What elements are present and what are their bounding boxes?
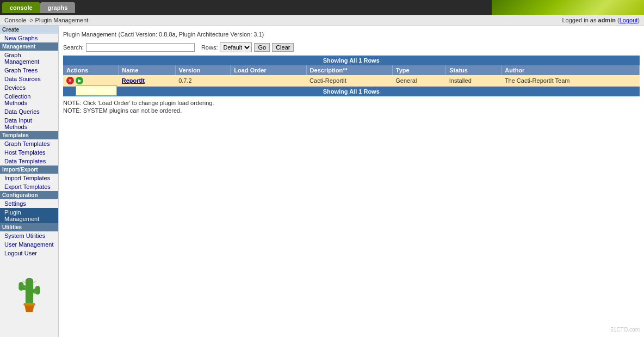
sidebar-item-graph-trees[interactable]: Graph Trees bbox=[0, 66, 58, 75]
svg-line-7 bbox=[33, 281, 36, 283]
sidebar-section-templates: Templates bbox=[0, 131, 58, 139]
sidebar-item-data-templates[interactable]: Data Templates bbox=[0, 157, 58, 166]
sidebar: Create New Graphs Management Graph Manag… bbox=[0, 26, 59, 337]
rows-select[interactable]: Default bbox=[220, 42, 252, 52]
sidebar-section-utilities: Utilities bbox=[0, 223, 58, 231]
main-content: Plugin Management (Cacti Version: 0.8.8a… bbox=[59, 26, 644, 337]
tooltip-enable-plugin: Enable Plugin bbox=[76, 85, 117, 96]
svg-line-5 bbox=[22, 281, 25, 283]
disable-plugin-icon[interactable]: ✕ bbox=[66, 77, 74, 84]
logout-link[interactable]: Logout bbox=[620, 17, 638, 23]
plugin-name-link[interactable]: ReportIt bbox=[122, 77, 145, 84]
row-load-order bbox=[231, 75, 306, 87]
rows-label: Rows: bbox=[201, 44, 218, 51]
col-version: Version bbox=[175, 65, 231, 75]
col-description: Description** bbox=[306, 65, 392, 75]
sidebar-item-import-templates[interactable]: Import Templates bbox=[0, 174, 58, 182]
svg-rect-2 bbox=[18, 282, 23, 291]
sidebar-item-data-sources[interactable]: Data Sources bbox=[0, 75, 58, 83]
sidebar-item-export-templates[interactable]: Export Templates bbox=[0, 182, 58, 191]
sidebar-item-system-utilities[interactable]: System Utilities bbox=[0, 231, 58, 240]
sidebar-item-graph-management[interactable]: Graph Management bbox=[0, 51, 58, 66]
search-input[interactable] bbox=[86, 43, 195, 52]
row-type: General bbox=[392, 75, 446, 87]
console-tab[interactable]: console bbox=[2, 2, 40, 13]
plugins-table: Showing All 1 Rows Actions Name Version … bbox=[63, 56, 640, 96]
col-load-order[interactable]: Load Order bbox=[231, 65, 306, 75]
sidebar-item-logout-user[interactable]: Logout User bbox=[0, 249, 58, 258]
col-actions: Actions bbox=[63, 65, 119, 75]
sidebar-item-collection-methods[interactable]: Collection Methods bbox=[0, 92, 58, 107]
sidebar-item-new-graphs[interactable]: New Graphs bbox=[0, 34, 58, 42]
showing-row-bottom: Showing All 1 Rows bbox=[63, 87, 640, 97]
note-2: NOTE: SYSTEM plugins can not be ordered. bbox=[63, 107, 640, 114]
sidebar-item-graph-templates[interactable]: Graph Templates bbox=[0, 139, 58, 148]
showing-row-top: Showing All 1 Rows bbox=[63, 56, 640, 65]
notes-area: NOTE: Click 'Load Order' to change plugi… bbox=[63, 100, 640, 114]
sidebar-item-user-management[interactable]: User Management bbox=[0, 240, 58, 249]
note-1: NOTE: Click 'Load Order' to change plugi… bbox=[63, 100, 640, 106]
sidebar-item-data-queries[interactable]: Data Queries bbox=[0, 107, 58, 116]
clear-button[interactable]: Clear bbox=[272, 43, 294, 52]
graphs-tab[interactable]: graphs bbox=[40, 2, 76, 13]
svg-marker-9 bbox=[24, 305, 34, 312]
row-status: Installed bbox=[446, 75, 501, 87]
col-name: Name bbox=[119, 65, 175, 75]
sidebar-item-settings[interactable]: Settings bbox=[0, 199, 58, 208]
row-name: ReportIt bbox=[119, 75, 175, 87]
row-actions: ✕ ▶ Enable Plugin bbox=[63, 75, 119, 87]
search-label: Search: bbox=[63, 44, 84, 51]
watermark: 51CTO.com bbox=[610, 327, 640, 333]
breadcrumb: Console -> Plugin Management bbox=[4, 17, 88, 23]
enable-plugin-icon[interactable]: ▶ Enable Plugin bbox=[76, 77, 83, 84]
col-status: Status bbox=[446, 65, 501, 75]
sidebar-section-configuration: Configuration bbox=[0, 191, 58, 199]
sidebar-item-host-templates[interactable]: Host Templates bbox=[0, 148, 58, 157]
sidebar-item-devices[interactable]: Devices bbox=[0, 83, 58, 92]
svg-rect-4 bbox=[35, 286, 40, 295]
sidebar-item-plugin-management[interactable]: Plugin Management bbox=[0, 208, 58, 223]
go-button[interactable]: Go bbox=[254, 43, 270, 52]
svg-rect-10 bbox=[23, 303, 35, 305]
row-version: 0.7.2 bbox=[175, 75, 231, 87]
sidebar-section-create: Create bbox=[0, 26, 58, 34]
search-bar: Search: Rows: Default Go Clear bbox=[63, 42, 640, 52]
logged-in-info: Logged in as admin (Logout) bbox=[562, 17, 640, 23]
sidebar-section-management: Management bbox=[0, 42, 58, 51]
page-title: Plugin Management (Cacti Version: 0.8.8a… bbox=[63, 30, 640, 38]
row-description: Cacti-ReportIt bbox=[306, 75, 392, 87]
sidebar-section-import-export: Import/Export bbox=[0, 166, 58, 174]
column-header-row: Actions Name Version Load Order Descript… bbox=[63, 65, 640, 75]
col-type: Type bbox=[392, 65, 446, 75]
sidebar-item-data-input-methods[interactable]: Data Input Methods bbox=[0, 116, 58, 131]
col-author: Author bbox=[501, 65, 640, 75]
row-author: The Cacti-ReportIt Team bbox=[501, 75, 640, 87]
svg-rect-0 bbox=[25, 278, 33, 305]
table-row: ✕ ▶ Enable Plugin ReportIt 0.7.2 Cacti-R… bbox=[63, 75, 640, 87]
sidebar-cactus bbox=[0, 258, 58, 324]
